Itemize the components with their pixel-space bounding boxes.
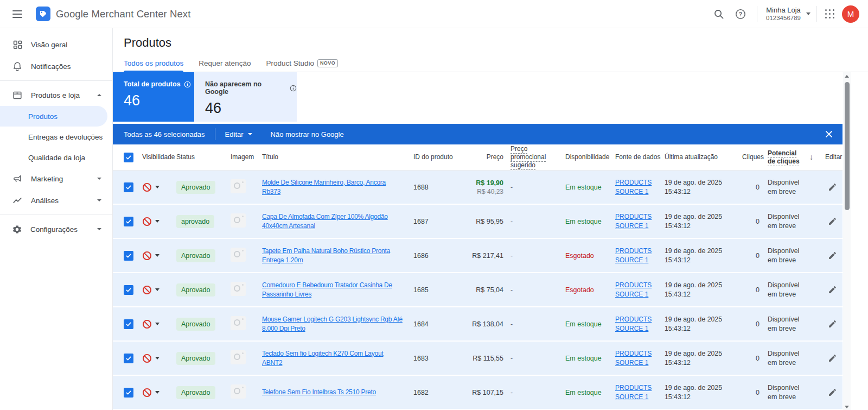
sidebar-item-qualidade[interactable]: Qualidade da loja xyxy=(0,147,112,168)
edit-button[interactable] xyxy=(825,249,839,263)
hide-on-google-button[interactable]: Não mostrar no Google xyxy=(271,130,344,138)
table-row: Aprovado Comedouro E Bebedouro Tratador … xyxy=(113,273,843,306)
sidebar-item-produtos[interactable]: Produtos xyxy=(0,106,107,127)
col-ultima-atualizacao: Última atualização xyxy=(665,153,742,161)
product-image-placeholder[interactable] xyxy=(231,282,246,296)
card-nao-aparecem[interactable]: Não aparecem no Google 46 xyxy=(194,72,297,122)
search-icon[interactable] xyxy=(708,3,730,25)
sidebar-item-entregas[interactable]: Entregas e devoluções xyxy=(0,127,112,147)
product-image-placeholder[interactable] xyxy=(231,248,246,262)
promo-price: - xyxy=(503,286,565,294)
vertical-scrollbar[interactable] xyxy=(843,72,851,410)
table-header: Visibilidade Status Imagem Título ID do … xyxy=(113,144,843,171)
sidebar-item-analises[interactable]: Análises xyxy=(0,190,112,211)
availability: Em estoque xyxy=(565,184,615,191)
status-badge: Aprovado xyxy=(176,386,215,399)
data-source-link[interactable]: PRODUCTS SOURCE 1 xyxy=(615,315,651,333)
tab-bar: Todos os produtos Requer atenção Product… xyxy=(113,54,868,72)
sidebar-item-marketing[interactable]: Marketing xyxy=(0,168,112,190)
sidebar-item-visao-geral[interactable]: Visão geral xyxy=(0,34,112,55)
product-image-placeholder[interactable] xyxy=(231,384,246,399)
visibility-dropdown[interactable] xyxy=(142,388,176,398)
data-source-link[interactable]: PRODUCTS SOURCE 1 xyxy=(615,247,651,265)
blocked-icon xyxy=(142,217,152,226)
card-total-de-produtos[interactable]: Total de produtos 46 xyxy=(113,72,194,122)
edit-button[interactable] xyxy=(825,180,839,194)
row-checkbox[interactable] xyxy=(124,388,133,398)
product-title-link[interactable]: Telefone Sem Fio Intelbras Ts 2510 Preto xyxy=(262,388,376,396)
product-image-placeholder[interactable] xyxy=(231,350,246,364)
data-source-link[interactable]: PRODUCTS SOURCE 1 xyxy=(615,349,651,368)
data-source-link[interactable]: PRODUCTS SOURCE 1 xyxy=(615,281,651,299)
product-title-link[interactable]: Teclado Sem fio Logitech K270 Com Layout… xyxy=(262,350,383,367)
chevron-up-icon[interactable] xyxy=(97,94,101,96)
visibility-dropdown[interactable] xyxy=(142,354,176,363)
updated-date: 19 de ago. de 2025 xyxy=(665,178,742,187)
row-checkbox[interactable] xyxy=(124,251,133,261)
availability: Em estoque xyxy=(565,320,615,328)
tab-requer-atencao[interactable]: Requer atenção xyxy=(199,54,251,72)
price: R$ 75,04 xyxy=(460,286,503,294)
product-title-link[interactable]: Tapete Em Palha Natural Boho Rústico Pro… xyxy=(262,247,390,264)
data-source-link[interactable]: PRODUCTS SOURCE 1 xyxy=(615,212,651,231)
status-badge: aprovado xyxy=(176,215,214,228)
product-image-placeholder[interactable] xyxy=(231,316,246,330)
table-row: Aprovado Mouse Gamer Logitech G G203 Lig… xyxy=(113,307,843,340)
edit-button[interactable] xyxy=(825,386,839,400)
chevron-down-icon[interactable] xyxy=(97,178,101,180)
sidebar-item-produtos-e-loja[interactable]: Produtos e loja xyxy=(0,84,112,106)
sort-descending-icon[interactable]: ↓ xyxy=(809,153,820,161)
data-source-link[interactable]: PRODUCTS SOURCE 1 xyxy=(615,178,651,197)
edit-button[interactable] xyxy=(825,215,839,229)
chevron-down-icon[interactable] xyxy=(97,199,101,201)
avatar[interactable]: M xyxy=(842,5,859,23)
tab-todos-os-produtos[interactable]: Todos os produtos xyxy=(124,54,183,72)
sidebar-item-configuracoes[interactable]: Configurações xyxy=(0,218,112,240)
row-checkbox[interactable] xyxy=(124,285,133,295)
edit-dropdown-button[interactable]: Editar xyxy=(225,130,252,138)
chevron-down-icon[interactable] xyxy=(806,12,810,15)
product-image-placeholder[interactable] xyxy=(231,179,246,193)
tab-product-studio[interactable]: Product Studio NOVO xyxy=(266,54,338,72)
availability: Esgotado xyxy=(565,286,615,294)
edit-button[interactable] xyxy=(825,351,839,365)
scroll-down-arrow-icon[interactable] xyxy=(845,406,849,408)
visibility-dropdown[interactable] xyxy=(142,285,176,295)
scrollbar-thumb[interactable] xyxy=(845,82,850,210)
updated-date: 19 de ago. de 2025 xyxy=(665,349,742,358)
card-value: 46 xyxy=(205,100,297,117)
price: R$ 19,90 xyxy=(460,179,503,187)
sidebar-item-notificacoes[interactable]: Notificações xyxy=(0,55,112,77)
promo-price: - xyxy=(503,389,565,396)
select-all-checkbox[interactable] xyxy=(124,153,133,162)
pencil-icon xyxy=(828,217,837,226)
bell-icon xyxy=(12,61,23,72)
edit-button[interactable] xyxy=(825,283,839,297)
visibility-dropdown[interactable] xyxy=(142,251,176,261)
scroll-up-arrow-icon[interactable] xyxy=(845,75,849,78)
row-checkbox[interactable] xyxy=(124,217,133,226)
row-checkbox[interactable] xyxy=(124,354,133,363)
menu-icon[interactable] xyxy=(7,3,28,25)
edit-button[interactable] xyxy=(825,317,839,331)
google-apps-icon[interactable] xyxy=(825,9,834,18)
data-source-link[interactable]: PRODUCTS SOURCE 1 xyxy=(615,383,651,402)
visibility-dropdown[interactable] xyxy=(142,217,176,226)
close-icon[interactable] xyxy=(822,127,836,141)
product-id: 1682 xyxy=(413,389,460,396)
product-title-link[interactable]: Mouse Gamer Logitech G G203 Lightsync Rg… xyxy=(262,316,403,332)
visibility-dropdown[interactable] xyxy=(142,182,176,192)
product-title-link[interactable]: Capa De Almofada Com Zíper 100% Algodão … xyxy=(262,213,388,230)
product-image-placeholder[interactable] xyxy=(231,213,246,228)
visibility-dropdown[interactable] xyxy=(142,319,176,329)
row-checkbox[interactable] xyxy=(124,319,133,329)
promo-price: - xyxy=(503,355,565,362)
product-title-link[interactable]: Comedouro E Bebedouro Tratador Casinha D… xyxy=(262,281,392,298)
card-value: 46 xyxy=(124,92,194,109)
row-checkbox[interactable] xyxy=(124,182,133,192)
chevron-down-icon[interactable] xyxy=(97,228,101,230)
help-icon[interactable]: ? xyxy=(730,3,751,25)
account-switcher[interactable]: Minha Loja 0123456789 xyxy=(766,6,801,22)
product-title-link[interactable]: Molde De Silicone Marinheiro, Barco, Anc… xyxy=(262,179,386,195)
click-potential-value: Disponível em breve xyxy=(760,178,809,197)
